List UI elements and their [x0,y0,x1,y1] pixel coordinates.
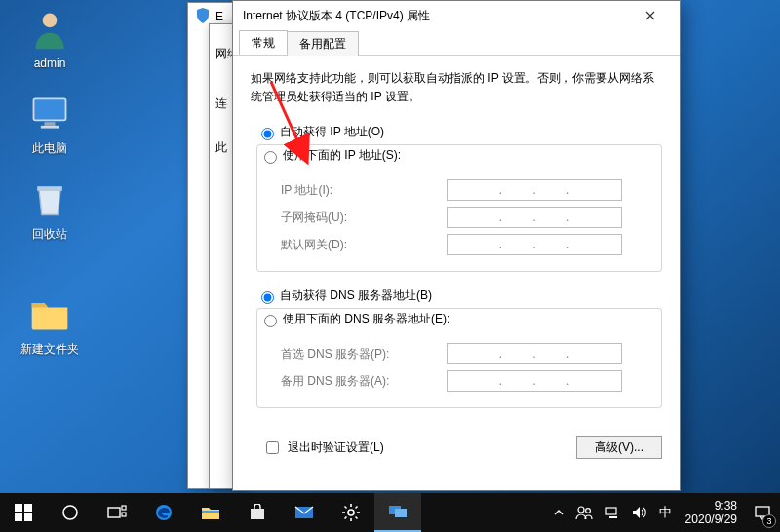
recycle-bin-icon [26,175,73,222]
tray-volume-icon[interactable] [626,493,653,532]
taskbar-app-network[interactable] [374,493,421,532]
input-ip[interactable]: ... [447,179,622,201]
taskbar-app-mail[interactable] [281,493,328,532]
cortana-button[interactable] [47,493,94,532]
svg-point-30 [585,509,590,513]
svg-line-26 [356,507,358,509]
taskbar-app-settings[interactable] [328,493,374,532]
ip-group: 自动获得 IP 地址(O) 使用下面的 IP 地址(S): IP 地址(I): … [251,124,662,272]
desktop-icon-label: admin [14,57,86,70]
shield-icon [196,8,210,26]
desktop-icon-this-pc[interactable]: 此电脑 [14,90,86,157]
desktop-icon-label: 回收站 [14,226,86,243]
ipv4-properties-dialog: Internet 协议版本 4 (TCP/IPv4) 属性 常规 备用配置 如果… [232,0,681,491]
tray-chevron-up-icon[interactable] [548,493,569,532]
notification-badge: 3 [762,514,776,528]
radio-auto-dns-row: 自动获得 DNS 服务器地址(B) [256,287,662,304]
manual-ip-fields: IP 地址(I): ... 子网掩码(U): ... 默认网关(D): ... [256,164,662,272]
radio-manual-dns-label: 使用下面的 DNS 服务器地址(E): [283,311,449,327]
tab-strip: 常规 备用配置 [233,30,680,56]
radio-manual-ip-label: 使用下面的 IP 地址(S): [283,147,401,164]
tray-notifications[interactable]: 3 [745,493,780,532]
tab-general[interactable]: 常规 [239,30,288,55]
radio-manual-dns[interactable] [264,315,277,327]
svg-rect-13 [122,513,126,516]
svg-rect-31 [606,508,616,514]
tray-people-icon[interactable] [569,493,599,532]
svg-rect-1 [34,98,66,120]
start-button[interactable] [0,493,47,532]
dns-group: 自动获得 DNS 服务器地址(B) 使用下面的 DNS 服务器地址(E): 首选… [251,287,662,408]
taskbar-app-explorer[interactable] [187,493,234,532]
lbl-gateway: 默认网关(D): [281,237,447,253]
lbl-mask: 子网掩码(U): [281,209,447,226]
svg-rect-3 [41,126,58,129]
radio-manual-dns-head: 使用下面的 DNS 服务器地址(E): [256,308,662,329]
lbl-dns2: 备用 DNS 服务器(A): [281,373,447,390]
svg-rect-7 [24,504,32,512]
svg-rect-28 [395,509,407,517]
tray-clock[interactable]: 9:38 2020/9/29 [678,497,745,529]
dialog-content: 如果网络支持此功能，则可以获取自动指派的 IP 设置。否则，你需要从网络系统管理… [233,56,680,434]
info-text: 如果网络支持此功能，则可以获取自动指派的 IP 设置。否则，你需要从网络系统管理… [251,69,662,106]
svg-line-25 [345,517,347,519]
input-gateway[interactable]: ... [447,234,622,255]
pc-icon [26,90,73,136]
desktop-icon-recycle-bin[interactable]: 回收站 [14,175,86,243]
svg-line-24 [356,517,358,519]
radio-auto-dns[interactable] [261,291,274,304]
radio-manual-ip[interactable] [264,151,277,164]
user-icon [26,6,73,53]
radio-auto-ip[interactable] [261,128,274,140]
advanced-button[interactable]: 高级(V)... [576,436,662,459]
system-tray: 中 9:38 2020/9/29 3 [548,493,780,532]
svg-rect-16 [251,509,264,519]
svg-rect-6 [15,504,22,512]
checkbox-validate[interactable] [266,441,279,454]
svg-rect-12 [122,506,126,510]
dialog-titlebar[interactable]: Internet 协议版本 4 (TCP/IPv4) 属性 [233,1,680,30]
radio-auto-dns-label: 自动获得 DNS 服务器地址(B) [280,287,432,304]
svg-rect-9 [24,513,32,521]
lbl-dns1: 首选 DNS 服务器(P): [281,346,447,362]
svg-point-18 [348,510,354,515]
input-dns2[interactable]: ... [447,370,622,392]
radio-auto-ip-row: 自动获得 IP 地址(O) [256,124,662,140]
desktop-icon-label: 此电脑 [14,140,86,157]
checkbox-validate-row: 退出时验证设置(L) [262,438,384,457]
svg-line-23 [345,507,347,509]
svg-point-10 [63,506,77,519]
svg-point-0 [43,14,58,28]
checkbox-validate-label: 退出时验证设置(L) [288,439,384,456]
desktop-icon-user[interactable]: admin [14,6,86,70]
folder-icon [26,290,73,337]
svg-point-29 [578,507,584,513]
bgwin-title-fragment: E [215,10,223,23]
svg-rect-4 [37,186,62,191]
tray-ime-indicator[interactable]: 中 [653,493,678,532]
dialog-footer: 退出时验证设置(L) 高级(V)... [233,434,680,471]
radio-auto-ip-label: 自动获得 IP 地址(O) [280,124,384,140]
radio-manual-ip-head: 使用下面的 IP 地址(S): [256,144,662,166]
taskbar: 中 9:38 2020/9/29 3 [0,493,780,532]
task-view-button[interactable] [94,493,140,532]
tab-alternate[interactable]: 备用配置 [287,31,359,56]
input-dns1[interactable]: ... [447,343,622,364]
lbl-ip: IP 地址(I): [281,182,447,199]
svg-rect-11 [108,508,120,517]
taskbar-app-store[interactable] [234,493,281,532]
svg-rect-15 [202,511,219,513]
svg-rect-8 [15,513,22,521]
input-mask[interactable]: ... [447,207,622,228]
taskbar-app-edge[interactable] [140,493,187,532]
manual-dns-fields: 首选 DNS 服务器(P): ... 备用 DNS 服务器(A): ... [256,327,662,408]
svg-rect-32 [609,516,617,518]
desktop-icon-label: 新建文件夹 [14,341,86,358]
tray-time: 9:38 [715,499,737,513]
close-button[interactable] [631,2,670,29]
desktop-icon-new-folder[interactable]: 新建文件夹 [14,290,86,358]
svg-rect-2 [45,122,56,126]
tray-network-icon[interactable] [599,493,626,532]
dialog-title: Internet 协议版本 4 (TCP/IPv4) 属性 [243,8,430,24]
tray-date: 2020/9/29 [685,513,737,526]
